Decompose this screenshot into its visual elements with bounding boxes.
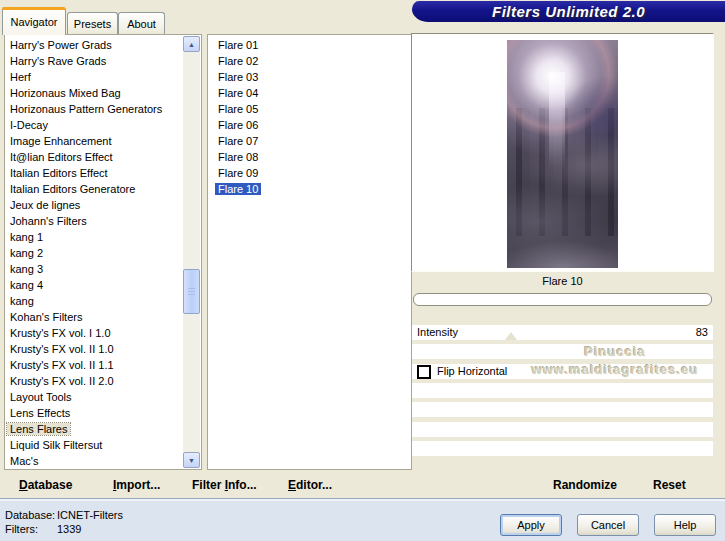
list-item[interactable]: Image Enhancement (5, 133, 183, 149)
list-item[interactable]: Krusty's FX vol. II 1.1 (5, 357, 183, 373)
intensity-value: 83 (696, 325, 708, 340)
tab-navigator-label: Navigator (10, 16, 57, 28)
empty-control-row (412, 422, 713, 437)
cancel-button-label: Cancel (591, 519, 625, 531)
list-item[interactable]: Italian Editors Generatore (5, 181, 183, 197)
category-listbox: Harry's Power GradsHarry's Rave GradsHer… (4, 34, 202, 470)
flip-horizontal-checkbox[interactable] (417, 365, 431, 379)
database-button[interactable]: Database (19, 478, 72, 492)
list-item[interactable]: Layout Tools (5, 389, 183, 405)
list-item[interactable]: kang 4 (5, 277, 183, 293)
randomize-button[interactable]: Randomize (553, 478, 617, 492)
list-item[interactable]: kang 2 (5, 245, 183, 261)
category-scrollbar[interactable]: ▲ ▼ (183, 36, 200, 468)
scroll-down-button[interactable]: ▼ (183, 452, 200, 468)
list-item[interactable]: Flare 04 (208, 85, 409, 101)
filter-listbox: Flare 01Flare 02Flare 03Flare 04Flare 05… (207, 34, 412, 470)
list-item[interactable]: Krusty's FX vol. I 1.0 (5, 325, 183, 341)
intensity-label: Intensity (417, 325, 458, 340)
preview-fog-layer (507, 40, 618, 268)
help-button[interactable]: Help (654, 514, 716, 536)
filters-status-value: 1339 (57, 523, 81, 535)
app-title: Filters Unlimited 2.0 (492, 3, 645, 20)
list-item[interactable]: kang 1 (5, 229, 183, 245)
empty-control-row (412, 402, 713, 417)
filters-unlimited-dialog: Filters Unlimited 2.0 Navigator Presets … (0, 0, 725, 541)
filter-info-button[interactable]: Filter Info... (192, 478, 257, 492)
list-item[interactable]: Flare 01 (208, 37, 409, 53)
list-item[interactable]: Flare 08 (208, 149, 409, 165)
list-item[interactable]: Mac's (5, 453, 183, 469)
help-button-label: Help (674, 519, 697, 531)
scroll-up-icon: ▲ (188, 41, 195, 48)
list-item[interactable]: kang 3 (5, 261, 183, 277)
list-item[interactable]: Flare 02 (208, 53, 409, 69)
apply-button[interactable]: Apply (500, 514, 562, 536)
list-item[interactable]: Italian Editors Effect (5, 165, 183, 181)
preview-caption: Flare 10 (412, 273, 713, 290)
list-item[interactable]: Lens Flares (5, 421, 183, 437)
list-item[interactable]: Herf (5, 69, 183, 85)
database-status-label: Database: (5, 509, 55, 521)
category-list: Harry's Power GradsHarry's Rave GradsHer… (5, 37, 183, 469)
list-item[interactable]: Harry's Rave Grads (5, 53, 183, 69)
list-item[interactable]: Krusty's FX vol. II 2.0 (5, 373, 183, 389)
list-item[interactable]: Lens Effects (5, 405, 183, 421)
list-item[interactable]: Horizonaus Mixed Bag (5, 85, 183, 101)
list-item[interactable]: I-Decay (5, 117, 183, 133)
intensity-slider-row[interactable]: Intensity 83 (412, 325, 713, 340)
import-button[interactable]: Import... (113, 478, 160, 492)
list-item[interactable]: Flare 09 (208, 165, 409, 181)
empty-control-row (412, 383, 713, 398)
list-item[interactable]: Flare 07 (208, 133, 409, 149)
tab-about[interactable]: About (118, 12, 165, 35)
list-item[interactable]: Horizonaus Pattern Generators (5, 101, 183, 117)
list-item[interactable]: Kohan's Filters (5, 309, 183, 325)
apply-button-label: Apply (517, 519, 545, 531)
scroll-up-button[interactable]: ▲ (183, 36, 200, 52)
slider-thumb-icon[interactable] (505, 332, 517, 340)
list-item[interactable]: Flare 05 (208, 101, 409, 117)
filter-list: Flare 01Flare 02Flare 03Flare 04Flare 05… (208, 37, 409, 197)
tab-navigator[interactable]: Navigator (2, 7, 66, 35)
empty-control-row (412, 441, 713, 456)
preview-panel (411, 33, 714, 272)
list-item[interactable]: It@lian Editors Effect (5, 149, 183, 165)
list-item[interactable]: Johann's Filters (5, 213, 183, 229)
title-banner: Filters Unlimited 2.0 (412, 1, 725, 22)
scrollbar-thumb[interactable] (183, 269, 200, 314)
list-item[interactable]: kang (5, 293, 183, 309)
database-status-value: ICNET-Filters (57, 509, 123, 521)
list-item[interactable]: Flare 06 (208, 117, 409, 133)
preview-progress-bar (413, 293, 712, 306)
list-item[interactable]: Flare 03 (208, 69, 409, 85)
editor-button[interactable]: Editor... (288, 478, 332, 492)
filters-status-label: Filters: (5, 523, 38, 535)
list-item[interactable]: Harry's Power Grads (5, 37, 183, 53)
list-item[interactable]: Liquid Silk Filtersut (5, 437, 183, 453)
reset-button[interactable]: Reset (653, 478, 686, 492)
preview-image (507, 40, 618, 268)
tab-about-label: About (127, 18, 156, 30)
list-item[interactable]: Flare 10 (208, 181, 409, 197)
scroll-down-icon: ▼ (188, 457, 195, 464)
watermark-line2: www.malditagrafites.eu (490, 362, 725, 377)
list-item[interactable]: Jeux de lignes (5, 197, 183, 213)
cancel-button[interactable]: Cancel (577, 514, 639, 536)
list-item[interactable]: Krusty's FX vol. II 1.0 (5, 341, 183, 357)
watermark-line1: Pinuccia (540, 344, 690, 359)
tab-presets[interactable]: Presets (67, 12, 118, 35)
tab-presets-label: Presets (74, 18, 111, 30)
